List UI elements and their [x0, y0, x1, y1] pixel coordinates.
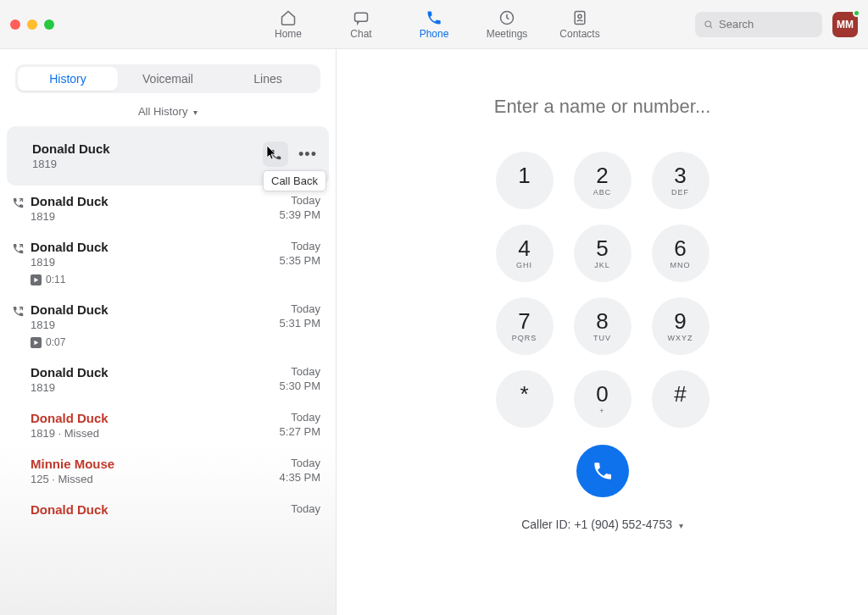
chat-icon: [353, 9, 370, 26]
search-icon: [704, 19, 714, 30]
nav-tab-phone[interactable]: Phone: [413, 0, 455, 48]
segment-lines[interactable]: Lines: [218, 67, 318, 91]
contact-name: Donald Duck: [32, 141, 263, 156]
key-letters: TUV: [593, 334, 611, 342]
history-filter-label: All History: [138, 105, 188, 118]
dial-key-0[interactable]: 0+: [574, 370, 632, 428]
close-window[interactable]: [10, 19, 20, 30]
call-button[interactable]: [576, 445, 629, 497]
key-letters: GHI: [516, 261, 532, 269]
key-letters: MNO: [670, 261, 691, 269]
key-letters: +: [599, 407, 604, 415]
key-number: 7: [518, 310, 530, 332]
caller-id-selector[interactable]: Caller ID: +1 (904) 552-4753 ▾: [521, 518, 683, 531]
dialer-pane: 12ABC3DEF4GHI5JKL6MNO7PQRS8TUV9WXYZ*0+# …: [337, 49, 868, 615]
dial-key-*[interactable]: *: [496, 370, 554, 428]
recording-duration: 0:07: [46, 336, 65, 348]
call-time: Today5:39 PM: [261, 194, 320, 221]
callback-button[interactable]: Call Back: [263, 141, 288, 167]
contact-sub: 1819: [31, 319, 261, 331]
profile-avatar[interactable]: MM: [832, 12, 858, 37]
contact-name: Donald Duck: [31, 502, 261, 517]
key-number: 5: [596, 237, 608, 259]
call-history-entry[interactable]: Donald Duck Today: [0, 494, 336, 527]
dial-key-8[interactable]: 8TUV: [574, 297, 632, 355]
key-letters: PQRS: [512, 334, 537, 342]
outgoing-call-icon: [12, 194, 31, 213]
more-icon: •••: [298, 146, 317, 163]
call-history-entry[interactable]: Donald Duck 1819 Today5:39 PM: [0, 186, 336, 231]
contact-sub: 1819: [31, 210, 261, 223]
recording-indicator[interactable]: 0:07: [31, 336, 261, 348]
phone-icon: [592, 460, 614, 482]
recording-indicator[interactable]: 0:11: [31, 274, 261, 285]
phone-icon: [426, 9, 442, 26]
call-history-entry[interactable]: Donald Duck 1819 · Missed Today5:27 PM: [0, 402, 336, 448]
key-number: *: [520, 383, 528, 405]
nav-tab-home[interactable]: Home: [267, 0, 309, 48]
call-spacer: [12, 411, 31, 413]
call-history-entry[interactable]: Donald Duck 1819 Call Back •••: [7, 126, 329, 186]
key-number: 1: [518, 164, 530, 186]
dial-key-5[interactable]: 5JKL: [574, 224, 632, 282]
dial-key-9[interactable]: 9WXYZ: [652, 297, 709, 355]
history-filter[interactable]: All History ▾: [0, 100, 336, 126]
key-number: 9: [674, 310, 686, 332]
search-input[interactable]: [719, 18, 814, 30]
recording-duration: 0:11: [46, 274, 65, 285]
contact-name: Donald Duck: [31, 240, 261, 254]
more-actions-button[interactable]: •••: [295, 141, 320, 167]
home-icon: [280, 9, 297, 26]
minimize-window[interactable]: [27, 19, 37, 30]
call-history-entry[interactable]: Donald Duck 1819 0:07 Today5:31 PM: [0, 294, 336, 357]
key-letters: ABC: [593, 188, 612, 197]
dial-key-3[interactable]: 3DEF: [652, 152, 709, 209]
dialer-keypad: 12ABC3DEF4GHI5JKL6MNO7PQRS8TUV9WXYZ*0+#: [496, 152, 709, 428]
nav-tab-contacts[interactable]: Contacts: [559, 0, 601, 48]
nav-label: Home: [275, 28, 302, 40]
call-spacer: [12, 502, 31, 505]
play-icon: [31, 274, 42, 285]
dial-key-7[interactable]: 7PQRS: [496, 297, 554, 355]
dial-key-6[interactable]: 6MNO: [652, 224, 709, 282]
segment-voicemail[interactable]: Voicemail: [118, 67, 218, 91]
key-number: 0: [596, 383, 608, 405]
nav-label: Chat: [350, 28, 371, 40]
outgoing-call-icon: [12, 240, 31, 258]
key-number: 3: [674, 164, 686, 186]
window-controls: [10, 19, 54, 30]
call-history-entry[interactable]: Donald Duck 1819 Today5:30 PM: [0, 357, 336, 402]
clock-icon: [498, 9, 515, 26]
call-time: Today5:31 PM: [261, 302, 320, 330]
nav-tab-meetings[interactable]: Meetings: [486, 0, 528, 48]
key-letters: WXYZ: [668, 334, 693, 342]
call-time: Today5:35 PM: [261, 240, 320, 267]
dial-key-2[interactable]: 2ABC: [574, 152, 632, 209]
caller-id-label: Caller ID: +1 (904) 552-4753: [521, 518, 672, 531]
key-number: 2: [596, 164, 608, 186]
contact-sub: 1819 · Missed: [31, 427, 261, 440]
nav-tab-chat[interactable]: Chat: [340, 0, 382, 48]
nav-label: Contacts: [559, 28, 599, 40]
key-number: 6: [674, 237, 686, 259]
contact-name: Minnie Mouse: [31, 457, 261, 471]
global-search[interactable]: [695, 12, 822, 37]
dial-key-1[interactable]: 1: [496, 152, 554, 209]
call-time: Today5:30 PM: [261, 365, 320, 392]
segment-history[interactable]: History: [18, 67, 118, 91]
call-history-list: Donald Duck 1819 Call Back ••• Donald Du…: [0, 126, 336, 615]
call-history-entry[interactable]: Minnie Mouse 125 · Missed Today4:35 PM: [0, 448, 336, 494]
key-letters: DEF: [671, 188, 689, 197]
svg-rect-0: [355, 13, 368, 21]
dial-input[interactable]: [467, 96, 738, 118]
call-history-entry[interactable]: Donald Duck 1819 0:11 Today5:35 PM: [0, 231, 336, 294]
phone-icon: [270, 148, 282, 161]
call-spacer: [12, 365, 31, 368]
contact-sub: 1819: [32, 158, 263, 170]
key-number: #: [674, 383, 686, 405]
dial-key-#[interactable]: #: [652, 370, 709, 428]
contact-sub: 1819: [31, 381, 261, 394]
nav-label: Meetings: [487, 28, 528, 40]
maximize-window[interactable]: [44, 19, 54, 30]
dial-key-4[interactable]: 4GHI: [496, 224, 554, 282]
